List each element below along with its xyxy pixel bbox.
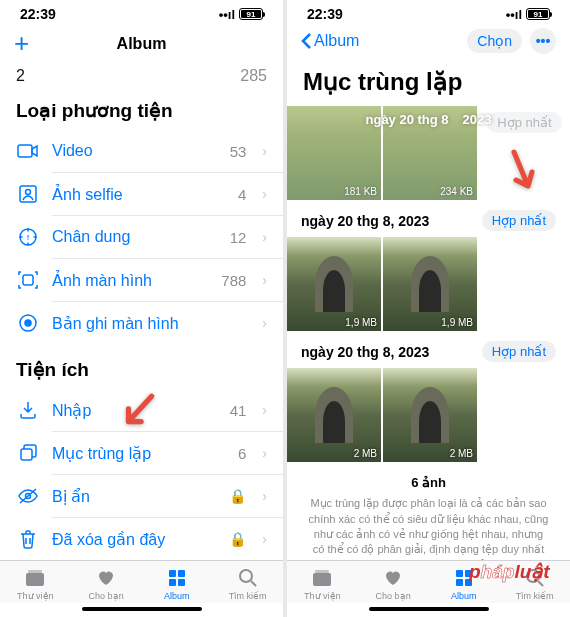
svg-rect-21: [456, 570, 463, 577]
choose-button[interactable]: Chọn: [467, 29, 522, 53]
selfie-icon: [16, 182, 40, 206]
statusbar: 22:39 ••ıl 91: [0, 0, 283, 24]
chevron-icon: ›: [262, 531, 267, 547]
import-icon: [16, 398, 40, 422]
home-indicator: [82, 607, 202, 611]
chevron-icon: ›: [262, 143, 267, 159]
time: 22:39: [307, 6, 343, 22]
row-portrait[interactable]: f Chân dung 12 ›: [0, 216, 283, 258]
battery-icon: 91: [526, 8, 550, 20]
chevron-icon: ›: [262, 272, 267, 288]
signal-icon: ••ıl: [506, 7, 522, 22]
tab-foryou[interactable]: Cho bạn: [71, 567, 142, 601]
foryou-icon: [95, 567, 117, 589]
video-icon: [16, 139, 40, 163]
svg-rect-19: [313, 573, 331, 586]
screenrec-icon: [16, 311, 40, 335]
tab-library[interactable]: Thư viện: [287, 567, 358, 601]
svg-point-2: [26, 190, 31, 195]
row-video[interactable]: Video 53 ›: [0, 130, 283, 172]
tabbar: Thư viện Cho bạn Album Tìm kiếm: [0, 560, 283, 603]
portrait-icon: f: [16, 225, 40, 249]
tab-search[interactable]: Tìm kiếm: [212, 567, 283, 601]
search-icon: [237, 567, 259, 589]
dup-date: ngày 20 thg 8, 2023: [301, 344, 429, 360]
page-title: Mục trùng lặp: [287, 62, 570, 106]
back-button[interactable]: Album: [301, 32, 359, 50]
svg-rect-13: [169, 570, 176, 577]
svg-rect-12: [28, 570, 42, 573]
truncated-row: 2 285: [0, 67, 283, 85]
svg-rect-14: [178, 570, 185, 577]
merge-button[interactable]: Hợp nhất: [482, 341, 556, 362]
svg-rect-23: [456, 579, 463, 586]
svg-line-18: [251, 581, 256, 586]
row-hidden[interactable]: Bị ẩn 🔒 ›: [0, 475, 283, 517]
tab-album[interactable]: Album: [142, 567, 213, 601]
dup-date: ngày 20 thg 8, 2023: [301, 213, 429, 229]
svg-text:f: f: [27, 234, 29, 241]
footer-info: 6 ảnh Mục trùng lặp được phân loại là cả…: [287, 466, 570, 560]
svg-rect-8: [21, 449, 32, 460]
navbar: + Album: [0, 24, 283, 67]
watermark: phápluật: [469, 559, 564, 589]
svg-rect-16: [178, 579, 185, 586]
navbar: Album Chọn •••: [287, 24, 570, 62]
status-icons: ••ıl 91: [219, 7, 263, 22]
tab-library[interactable]: Thư viện: [0, 567, 71, 601]
album-icon: [166, 567, 188, 589]
svg-rect-15: [169, 579, 176, 586]
home-indicator: [369, 607, 489, 611]
dup-image[interactable]: 1,9 MB: [287, 237, 381, 331]
statusbar: 22:39 ••ıl 91: [287, 0, 570, 24]
section-media-header: Loại phương tiện: [0, 85, 283, 130]
time: 22:39: [20, 6, 56, 22]
row-deleted[interactable]: Đã xóa gần đây 🔒 ›: [0, 518, 283, 560]
library-icon: [24, 567, 46, 589]
svg-rect-11: [26, 573, 44, 586]
svg-point-17: [240, 570, 252, 582]
dup-date: ngày 20 thg 82023: [287, 112, 570, 127]
row-screenrec[interactable]: Bản ghi màn hình ›: [0, 302, 283, 344]
battery-icon: 91: [239, 8, 263, 20]
section-util-header: Tiện ích: [0, 344, 283, 389]
library-icon: [311, 567, 333, 589]
svg-point-7: [25, 320, 31, 326]
svg-text:phápluật: phápluật: [469, 561, 550, 582]
duplicates-icon: [16, 441, 40, 465]
foryou-icon: [382, 567, 404, 589]
annotation-arrow: [502, 148, 540, 204]
dup-group-1: ngày 20 thg 8, 2023 Hợp nhất 1,9 MB 1,9 …: [287, 204, 570, 335]
chevron-icon: ›: [262, 315, 267, 331]
chevron-icon: ›: [262, 488, 267, 504]
more-button[interactable]: •••: [530, 28, 556, 54]
screenshot-icon: [16, 268, 40, 292]
phone-right: 22:39 ••ıl 91 Album Chọn ••• Mục trùng l…: [287, 0, 570, 617]
chevron-icon: ›: [262, 229, 267, 245]
chevron-icon: ›: [262, 445, 267, 461]
lock-icon: 🔒: [229, 488, 246, 504]
phone-left: 22:39 ••ıl 91 + Album 2 285 Loại phương …: [0, 0, 283, 617]
row-screenshot[interactable]: Ảnh màn hình 788 ›: [0, 259, 283, 301]
nav-title: Album: [117, 35, 167, 53]
svg-rect-0: [18, 145, 32, 157]
row-selfie[interactable]: Ảnh selfie 4 ›: [0, 173, 283, 215]
dup-image[interactable]: 1,9 MB: [383, 237, 477, 331]
annotation-arrow: [118, 390, 160, 440]
hidden-icon: [16, 484, 40, 508]
status-icons: ••ıl 91: [506, 7, 550, 22]
trash-icon: [16, 527, 40, 551]
svg-rect-5: [23, 275, 33, 285]
signal-icon: ••ıl: [219, 7, 235, 22]
lock-icon: 🔒: [229, 531, 246, 547]
add-button[interactable]: +: [14, 28, 29, 59]
svg-rect-20: [315, 570, 329, 573]
chevron-icon: ›: [262, 186, 267, 202]
dup-group-2: ngày 20 thg 8, 2023 Hợp nhất 2 MB 2 MB: [287, 335, 570, 466]
chevron-icon: ›: [262, 402, 267, 418]
merge-button[interactable]: Hợp nhất: [482, 210, 556, 231]
tab-foryou[interactable]: Cho bạn: [358, 567, 429, 601]
dup-image[interactable]: 2 MB: [383, 368, 477, 462]
dup-image[interactable]: 2 MB: [287, 368, 381, 462]
